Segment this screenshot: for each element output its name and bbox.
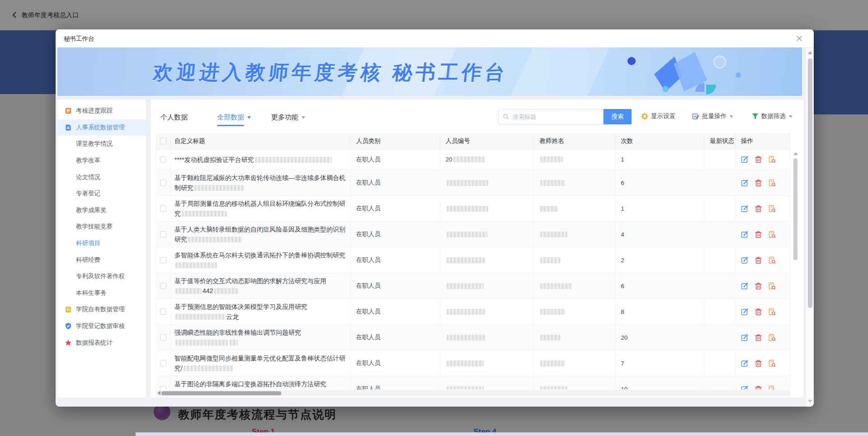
chevron-down-icon (302, 116, 305, 121)
trash-icon[interactable] (755, 231, 762, 238)
scroll-down-arrow-icon[interactable] (808, 400, 812, 403)
row-title-cell[interactable]: ****发动机虚拟验证平台研究 (171, 152, 351, 167)
tab-2[interactable]: 更多功能 (271, 113, 305, 122)
file-search-icon[interactable] (768, 231, 776, 238)
sidebar-item-9[interactable]: 科研经费 (57, 251, 146, 268)
sidebar-item-label: 科研项目 (76, 239, 100, 247)
trash-icon[interactable] (755, 308, 762, 316)
edit-icon[interactable] (741, 256, 749, 264)
edit-icon[interactable] (741, 231, 749, 238)
row-title-cell[interactable]: 基于人类大脑转录组数据的自闭症风险基因及细胞类型的识别研究 (171, 222, 351, 247)
close-icon[interactable] (796, 35, 803, 42)
row-checkbox[interactable] (160, 386, 166, 389)
row-title-cell[interactable]: 基于局部测量信息的移动机器人组目标环绕编队分布式控制研究 (171, 196, 351, 221)
file-search-icon[interactable] (768, 308, 776, 316)
edit-icon[interactable] (741, 385, 749, 390)
select-all-checkbox[interactable] (160, 138, 166, 144)
tab-0[interactable]: 个人数据 (160, 113, 188, 122)
table-horizontal-scrollbar[interactable] (156, 390, 790, 396)
scroll-up-arrow-icon[interactable] (808, 51, 812, 54)
sidebar-item-14[interactable]: 数据报表统计 (57, 334, 146, 351)
file-search-icon[interactable] (768, 256, 776, 264)
row-actions-cell (736, 325, 790, 350)
file-search-icon[interactable] (768, 282, 776, 290)
row-title-cell[interactable]: 基于颗粒阻尼减振的大功率齿轮传动连续—非连续多体耦合机制研究 (171, 170, 351, 195)
data-filter-label: 数据筛选 (761, 112, 786, 120)
sidebar-item-2[interactable]: 课堂教学情况 (57, 136, 146, 152)
row-checkbox[interactable] (160, 257, 166, 263)
scroll-left-arrow-icon[interactable] (157, 391, 160, 395)
teacher-name-cell (534, 170, 615, 195)
sidebar-item-10[interactable]: 专利及软件著作权 (57, 268, 146, 285)
edit-icon[interactable] (741, 179, 749, 187)
modal-vscroll-thumb[interactable] (808, 58, 812, 308)
batch-operations-button[interactable]: 批量操作 (692, 112, 733, 120)
redacted-text (453, 156, 485, 162)
row-checkbox[interactable] (160, 360, 166, 366)
row-checkbox[interactable] (160, 156, 166, 163)
file-search-icon[interactable] (768, 156, 776, 163)
row-checkbox[interactable] (160, 231, 166, 237)
table-row: 基于图论的非隔离多端口变换器拓扑自动演绎方法研究在职人员10 (156, 376, 790, 389)
edit-icon[interactable] (741, 205, 749, 213)
sidebar-item-11[interactable]: 本科生事务 (57, 285, 146, 302)
modal-vertical-scrollbar[interactable] (806, 47, 814, 407)
sidebar-item-0[interactable]: 考核进度跟踪 (57, 103, 146, 119)
file-search-icon[interactable] (768, 205, 776, 213)
trash-icon[interactable] (755, 156, 762, 163)
screen: 教师年度考核总入口 教师年度考核流程与节点说明 Step 1Step 4 秘书工… (0, 0, 868, 436)
sidebar-item-4[interactable]: 论文情况 (57, 169, 146, 185)
file-search-icon[interactable] (768, 385, 776, 390)
trash-icon[interactable] (755, 385, 762, 390)
edit-icon[interactable] (741, 308, 749, 316)
trash-icon[interactable] (755, 360, 762, 367)
row-title-cell[interactable]: 基于预测信息的智能体决策模型学习及应用研究云龙 (171, 299, 351, 324)
scroll-up-arrow-icon[interactable] (793, 152, 798, 155)
row-title-cell[interactable]: 强调瞬态性能的非线性鲁棒输出调节问题研究 (171, 325, 351, 350)
trash-icon[interactable] (755, 334, 762, 341)
trash-icon[interactable] (755, 256, 762, 264)
trash-icon[interactable] (755, 205, 762, 213)
display-settings-button[interactable]: 显示设置 (641, 112, 675, 120)
sidebar-item-1[interactable]: 人事系统数据管理 (57, 119, 146, 136)
file-search-icon[interactable] (768, 179, 776, 187)
table-vertical-scrollbar[interactable] (792, 149, 799, 389)
data-filter-button[interactable]: 数据筛选 (752, 112, 793, 120)
search-input[interactable] (512, 113, 598, 121)
sidebar-item-13[interactable]: 学院登记数据审核 (57, 318, 146, 335)
row-checkbox[interactable] (160, 334, 166, 341)
row-checkbox[interactable] (160, 205, 166, 212)
count-cell: 1 (615, 149, 704, 170)
trash-icon[interactable] (755, 282, 762, 290)
gear-icon (641, 113, 648, 120)
row-actions-cell (736, 149, 790, 170)
row-checkbox[interactable] (160, 283, 166, 289)
sidebar-item-5[interactable]: 专著登记 (57, 185, 146, 202)
edit-icon[interactable] (741, 334, 749, 341)
edit-icon[interactable] (741, 156, 749, 163)
edit-icon[interactable] (741, 360, 749, 367)
file-search-icon[interactable] (768, 360, 776, 367)
tab-1-active[interactable]: 全部数据 (217, 113, 251, 122)
table-hscroll-thumb[interactable] (161, 391, 281, 395)
row-title-cell[interactable]: 基于图论的非隔离多端口变换器拓扑自动演绎方法研究 (171, 376, 351, 389)
table-vscroll-thumb[interactable] (793, 158, 797, 260)
row-title-cell[interactable]: 智能配电网微型同步相量测量单元优化配置及鲁棒状态估计研究/ (171, 351, 351, 376)
sidebar-item-12[interactable]: 学院自有数据管理 (57, 301, 146, 318)
row-checkbox[interactable] (160, 308, 166, 315)
teacher-name-cell (534, 299, 615, 324)
sidebar-item-3[interactable]: 教学改革 (57, 152, 146, 169)
person-number-cell (440, 376, 534, 389)
row-actions-cell (736, 351, 790, 376)
search-button[interactable]: 搜索 (604, 109, 632, 124)
sidebar-item-6[interactable]: 教学成果奖 (57, 202, 146, 219)
row-title-cell[interactable]: 多智能体系统在马尔科夫切换通讯拓扑下的鲁棒协调控制研究 (171, 247, 351, 273)
file-search-icon[interactable] (768, 334, 776, 341)
sidebar-item-8[interactable]: 科研项目 (57, 235, 146, 252)
latest-status-cell (704, 351, 736, 376)
trash-icon[interactable] (755, 179, 762, 187)
row-title-cell[interactable]: 基于值等价的交互式动态影响图的求解方法研究与应用442 (171, 273, 351, 299)
row-checkbox[interactable] (160, 180, 166, 186)
edit-icon[interactable] (741, 282, 749, 290)
sidebar-item-7[interactable]: 教学技能竞赛 (57, 218, 146, 235)
